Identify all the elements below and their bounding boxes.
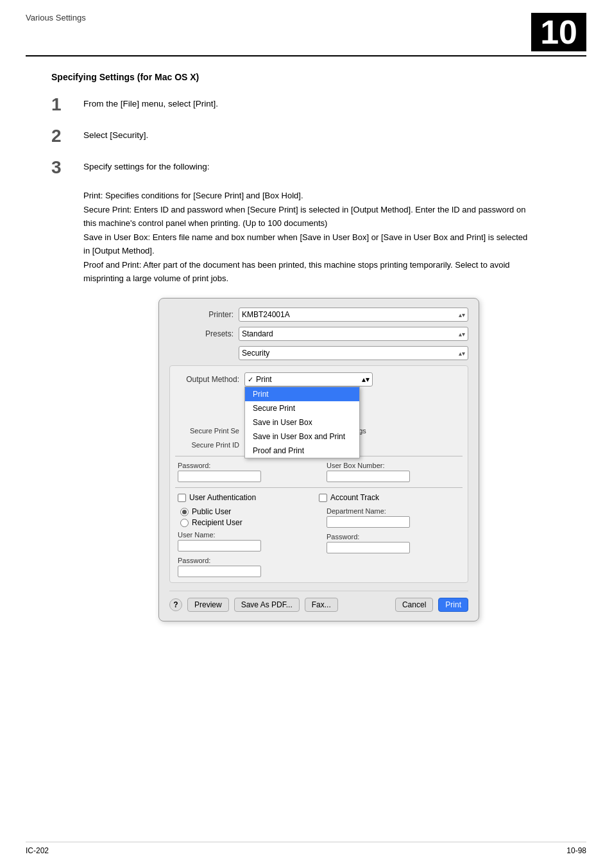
user-box-col: User Box Number: <box>324 462 463 482</box>
content-area: Specifying Settings (for Mac OS X) 1 Fro… <box>26 72 586 621</box>
user-left-col: Public User Recipient User User Name: Pa… <box>175 507 314 577</box>
preview-button[interactable]: Preview <box>187 598 229 612</box>
user-type-radio-group: Public User Recipient User <box>178 507 311 527</box>
department-name-input[interactable] <box>327 516 410 528</box>
step-2-text: Select [Security]. <box>83 126 586 142</box>
printer-select[interactable]: KMBT24001A ▴▾ <box>239 308 468 322</box>
output-method-value: Print <box>256 375 272 384</box>
panel-row: Security ▴▾ <box>169 346 468 360</box>
printer-arrow-icon: ▴▾ <box>459 311 465 318</box>
account-track-checkbox[interactable] <box>319 494 327 502</box>
public-user-label: Public User <box>192 507 231 516</box>
left-password-input[interactable] <box>178 566 261 577</box>
section-title: Specifying Settings (for Mac OS X) <box>51 72 586 82</box>
panel-arrow-icon: ▴▾ <box>459 350 465 357</box>
password-input[interactable] <box>178 471 261 482</box>
header-title: Various Settings <box>26 13 86 22</box>
dropdown-item-save-user-box[interactable]: Save in User Box <box>245 415 359 430</box>
password-label: Password: <box>178 462 311 469</box>
public-user-radio[interactable] <box>180 508 189 516</box>
presets-select[interactable]: Standard ▴▾ <box>239 327 468 341</box>
right-password-input[interactable] <box>327 542 410 553</box>
panel-select[interactable]: Security ▴▾ <box>239 346 468 360</box>
output-method-select[interactable]: ✓ Print ▴▾ <box>244 372 373 386</box>
public-user-radio-item: Public User <box>180 507 309 516</box>
step-3-description: Print: Specifies conditions for [Secure … <box>83 189 532 285</box>
fax-button[interactable]: Fax... <box>305 598 338 612</box>
department-name-label: Department Name: <box>327 507 460 515</box>
radio-selected-dot <box>182 510 187 514</box>
step-3-text: Specify settings for the following: <box>83 158 586 173</box>
auth-track-row: User Authentication Account Track <box>175 493 463 502</box>
user-right-col: Department Name: Password: <box>324 507 463 577</box>
secure-print-id-label: Secure Print ID <box>175 441 239 449</box>
help-button[interactable]: ? <box>169 598 182 611</box>
recipient-user-radio[interactable] <box>180 519 189 527</box>
footer-right: 10-98 <box>566 846 586 855</box>
output-method-dropdown: Print Secure Print Save in User Box Save… <box>244 386 360 458</box>
printer-value: KMBT24001A <box>242 310 290 319</box>
panel-value: Security <box>242 349 269 358</box>
step-2-number: 2 <box>51 126 83 146</box>
output-method-row: Output Method: ✓ Print ▴▾ <box>175 372 463 386</box>
dropdown-item-print[interactable]: Print <box>245 387 359 401</box>
step-3-number: 3 <box>51 158 83 178</box>
step-3: 3 Specify settings for the following: <box>51 158 586 178</box>
footer-left: IC-202 <box>26 846 49 855</box>
step-1: 1 From the [File] menu, select [Print]. <box>51 95 586 115</box>
dropdown-item-proof-print[interactable]: Proof and Print <box>245 444 359 458</box>
print-dialog: Printer: KMBT24001A ▴▾ Presets: Standard… <box>158 298 479 621</box>
user-name-label: User Name: <box>178 531 311 539</box>
user-box-number-input[interactable] <box>327 471 410 482</box>
page-header: Various Settings 10 <box>26 13 586 56</box>
presets-value: Standard <box>242 329 273 338</box>
output-method-arrow-icon: ▴▾ <box>362 375 370 384</box>
secure-print-se-label: Secure Print Se <box>175 427 239 435</box>
print-button[interactable]: Print <box>438 598 468 612</box>
dropdown-item-save-user-box-print[interactable]: Save in User Box and Print <box>245 430 359 444</box>
user-box-number-label: User Box Number: <box>327 462 460 469</box>
step-1-text: From the [File] menu, select [Print]. <box>83 95 586 110</box>
recipient-user-label: Recipient User <box>192 518 242 527</box>
password-label2: Password: <box>178 557 311 564</box>
password-userbox-row: Password: User Box Number: <box>175 462 463 482</box>
dialog-inner: Output Method: ✓ Print ▴▾ Prin <box>169 365 468 583</box>
password-col: Password: <box>175 462 314 482</box>
step-2: 2 Select [Security]. <box>51 126 586 146</box>
dialog-footer: ? Preview Save As PDF... Fax... Cancel P… <box>169 591 468 612</box>
user-name-input[interactable] <box>178 540 261 551</box>
user-auth-checkbox[interactable] <box>178 494 186 502</box>
printer-row: Printer: KMBT24001A ▴▾ <box>169 308 468 322</box>
steps-list: 1 From the [File] menu, select [Print]. … <box>51 95 586 177</box>
presets-arrow-icon: ▴▾ <box>459 331 465 338</box>
output-method-label: Output Method: <box>175 375 239 384</box>
presets-label: Presets: <box>169 329 234 338</box>
step-1-number: 1 <box>51 95 83 115</box>
checkmark-icon: ✓ <box>248 376 253 384</box>
dialog-wrapper: Printer: KMBT24001A ▴▾ Presets: Standard… <box>51 298 586 621</box>
presets-row: Presets: Standard ▴▾ <box>169 327 468 341</box>
account-track-item: Account Track <box>319 493 460 502</box>
user-info-area: Public User Recipient User User Name: Pa… <box>175 507 463 577</box>
right-password-label: Password: <box>327 533 460 541</box>
user-auth-item: User Authentication <box>178 493 319 502</box>
account-track-label: Account Track <box>330 493 379 502</box>
user-auth-label: User Authentication <box>189 493 256 502</box>
save-as-pdf-button[interactable]: Save As PDF... <box>234 598 300 612</box>
printer-label: Printer: <box>169 310 234 319</box>
page-footer: IC-202 10-98 <box>26 842 586 855</box>
dropdown-item-secure-print[interactable]: Secure Print <box>245 401 359 415</box>
chapter-number: 10 <box>531 13 586 51</box>
output-method-container: Output Method: ✓ Print ▴▾ Prin <box>175 372 463 386</box>
recipient-user-radio-item: Recipient User <box>180 518 309 527</box>
cancel-button[interactable]: Cancel <box>395 598 433 612</box>
